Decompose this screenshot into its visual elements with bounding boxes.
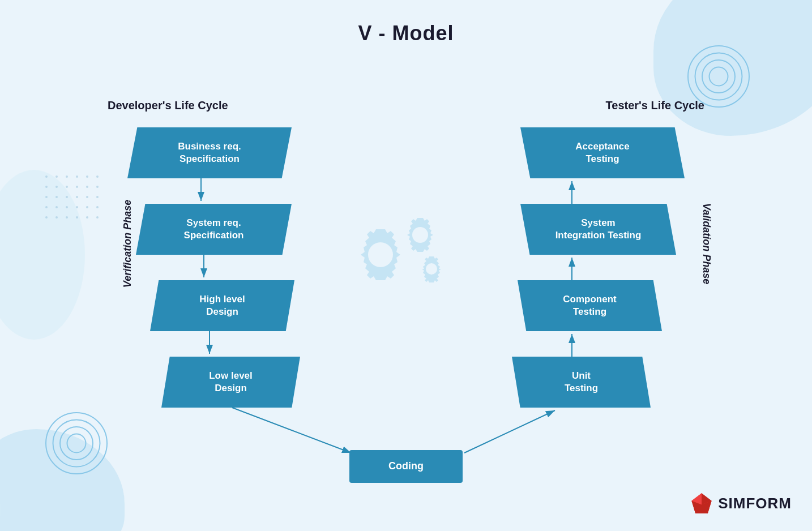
box-component-testing: ComponentTesting (518, 280, 662, 331)
box-system-integration-testing: SystemIntegration Testing (520, 204, 676, 255)
box-high-level-design: High levelDesign (150, 280, 294, 331)
box-unit-testing: UnitTesting (512, 357, 651, 408)
box-system-req: System req.Specification (136, 204, 292, 255)
dot-grid-decoration: (function(){ const grid = document.query… (45, 175, 102, 222)
main-content: (function(){ const grid = document.query… (0, 0, 812, 531)
gears-decoration (349, 204, 463, 308)
svg-point-1 (412, 227, 428, 243)
svg-point-2 (426, 263, 437, 275)
svg-point-0 (368, 242, 393, 267)
simform-text: SIMFORM (718, 495, 792, 512)
box-coding: Coding (349, 450, 463, 483)
concentric-decoration-bottom-left (45, 412, 108, 474)
box-business-req: Business req.Specification (127, 127, 292, 178)
developer-lifecycle-label: Developer's Life Cycle (108, 99, 228, 112)
box-acceptance-testing: AcceptanceTesting (520, 127, 685, 178)
verification-phase-label: Verification Phase (122, 200, 134, 288)
validation-phase-label: Validation Phase (700, 203, 712, 284)
svg-line-7 (232, 408, 351, 453)
box-low-level-design: Low levelDesign (161, 357, 300, 408)
svg-line-8 (464, 410, 555, 453)
simform-logo: SIMFORM (690, 491, 792, 515)
simform-icon (690, 491, 713, 515)
concentric-decoration-top-right (687, 45, 750, 108)
